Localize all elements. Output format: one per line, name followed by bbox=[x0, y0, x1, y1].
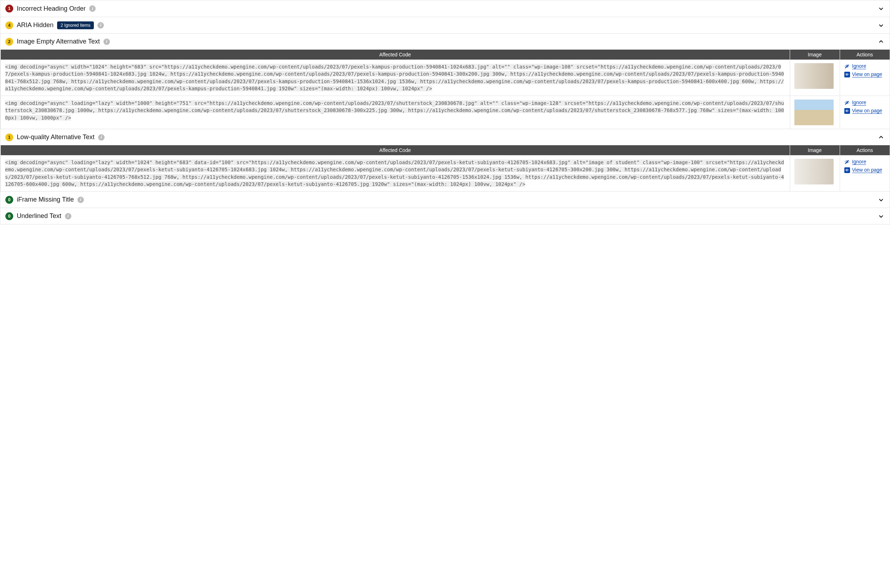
chevron-up-icon[interactable] bbox=[878, 134, 885, 141]
rule-title: Incorrect Heading Order bbox=[17, 5, 86, 12]
info-icon[interactable]: i bbox=[98, 134, 105, 141]
affected-code-cell: <img decoding="async" loading="lazy" wid… bbox=[1, 155, 790, 191]
affected-code-table: Affected CodeImageActions<img decoding="… bbox=[0, 50, 890, 129]
visibility-off-icon: 👁 bbox=[844, 100, 850, 106]
image-cell bbox=[790, 60, 840, 96]
actions-cell: 👁Ignore👁View on page bbox=[840, 60, 890, 96]
rule-details: Affected CodeImageActions<img decoding="… bbox=[0, 145, 890, 191]
image-thumbnail bbox=[794, 159, 834, 184]
image-cell bbox=[790, 155, 840, 191]
chevron-down-icon[interactable] bbox=[878, 196, 885, 203]
rule-title: Image Empty Alternative Text bbox=[17, 38, 100, 45]
chevron-down-icon[interactable] bbox=[878, 213, 885, 220]
view-on-page-button[interactable]: 👁View on page bbox=[844, 71, 886, 77]
issue-count-badge: 2 bbox=[5, 38, 13, 46]
image-cell bbox=[790, 96, 840, 129]
rule-row-iframe-missing-title[interactable]: 0iFrame Missing Titlei bbox=[0, 191, 890, 208]
eye-icon: 👁 bbox=[844, 167, 850, 173]
column-header-code: Affected Code bbox=[1, 50, 790, 60]
column-header-actions: Actions bbox=[840, 50, 890, 60]
chevron-down-icon[interactable] bbox=[878, 5, 885, 12]
table-row: <img decoding="async" loading="lazy" wid… bbox=[1, 96, 890, 129]
info-icon[interactable]: i bbox=[77, 196, 84, 203]
issue-count-badge: 4 bbox=[5, 21, 13, 29]
rule-row-image-empty-alt[interactable]: 2Image Empty Alternative Texti bbox=[0, 33, 890, 50]
ignore-button[interactable]: 👁Ignore bbox=[844, 63, 886, 69]
table-row: <img decoding="async" width="1024" heigh… bbox=[1, 60, 890, 96]
table-row: <img decoding="async" loading="lazy" wid… bbox=[1, 155, 890, 191]
chevron-up-icon[interactable] bbox=[878, 38, 885, 45]
rule-row-aria-hidden[interactable]: 4ARIA Hidden2 Ignored Itemsi bbox=[0, 17, 890, 33]
actions-cell: 👁Ignore👁View on page bbox=[840, 96, 890, 129]
column-header-image: Image bbox=[790, 50, 840, 60]
ignore-button[interactable]: 👁Ignore bbox=[844, 99, 886, 106]
view-on-page-button[interactable]: 👁View on page bbox=[844, 108, 886, 114]
issue-count-badge: 1 bbox=[5, 4, 13, 12]
view-on-page-label: View on page bbox=[852, 108, 882, 114]
visibility-off-icon: 👁 bbox=[844, 159, 850, 165]
affected-code-cell: <img decoding="async" loading="lazy" wid… bbox=[1, 96, 790, 129]
ignore-label: Ignore bbox=[852, 63, 866, 69]
ignore-label: Ignore bbox=[852, 99, 866, 106]
rule-row-low-quality-alt[interactable]: 1Low-quality Alternative Texti bbox=[0, 129, 890, 145]
info-icon[interactable]: i bbox=[65, 213, 71, 219]
code-snippet: <img decoding="async" loading="lazy" wid… bbox=[5, 159, 784, 187]
code-snippet: <img decoding="async" width="1024" heigh… bbox=[5, 64, 784, 92]
code-snippet: <img decoding="async" loading="lazy" wid… bbox=[5, 100, 784, 121]
info-icon[interactable]: i bbox=[98, 22, 104, 28]
affected-code-table: Affected CodeImageActions<img decoding="… bbox=[0, 145, 890, 191]
image-thumbnail bbox=[794, 63, 834, 89]
column-header-actions: Actions bbox=[840, 145, 890, 155]
column-header-code: Affected Code bbox=[1, 145, 790, 155]
actions-cell: 👁Ignore👁View on page bbox=[840, 155, 890, 191]
eye-icon: 👁 bbox=[844, 108, 850, 114]
view-on-page-label: View on page bbox=[852, 167, 882, 173]
rule-details: Affected CodeImageActions<img decoding="… bbox=[0, 50, 890, 129]
rule-row-incorrect-heading-order[interactable]: 1Incorrect Heading Orderi bbox=[0, 0, 890, 17]
visibility-off-icon: 👁 bbox=[844, 63, 850, 69]
issue-count-badge: 0 bbox=[5, 196, 13, 204]
image-thumbnail bbox=[794, 99, 834, 125]
ignore-label: Ignore bbox=[852, 159, 866, 165]
rule-title: ARIA Hidden bbox=[17, 21, 54, 29]
rule-title: iFrame Missing Title bbox=[17, 196, 74, 203]
info-icon[interactable]: i bbox=[104, 39, 110, 45]
affected-code-cell: <img decoding="async" width="1024" heigh… bbox=[1, 60, 790, 96]
rule-title: Underlined Text bbox=[17, 212, 62, 220]
chevron-down-icon[interactable] bbox=[878, 22, 885, 29]
info-icon[interactable]: i bbox=[89, 5, 96, 12]
rule-title: Low-quality Alternative Text bbox=[17, 134, 95, 141]
column-header-image: Image bbox=[790, 145, 840, 155]
rule-row-underlined-text[interactable]: 0Underlined Texti bbox=[0, 208, 890, 224]
accessibility-issues-panel: 1Incorrect Heading Orderi4ARIA Hidden2 I… bbox=[0, 0, 890, 224]
view-on-page-button[interactable]: 👁View on page bbox=[844, 167, 886, 173]
eye-icon: 👁 bbox=[844, 72, 850, 77]
ignore-button[interactable]: 👁Ignore bbox=[844, 159, 886, 165]
ignored-items-badge[interactable]: 2 Ignored Items bbox=[57, 21, 94, 29]
view-on-page-label: View on page bbox=[852, 71, 882, 77]
issue-count-badge: 1 bbox=[5, 134, 13, 141]
issue-count-badge: 0 bbox=[5, 212, 13, 220]
